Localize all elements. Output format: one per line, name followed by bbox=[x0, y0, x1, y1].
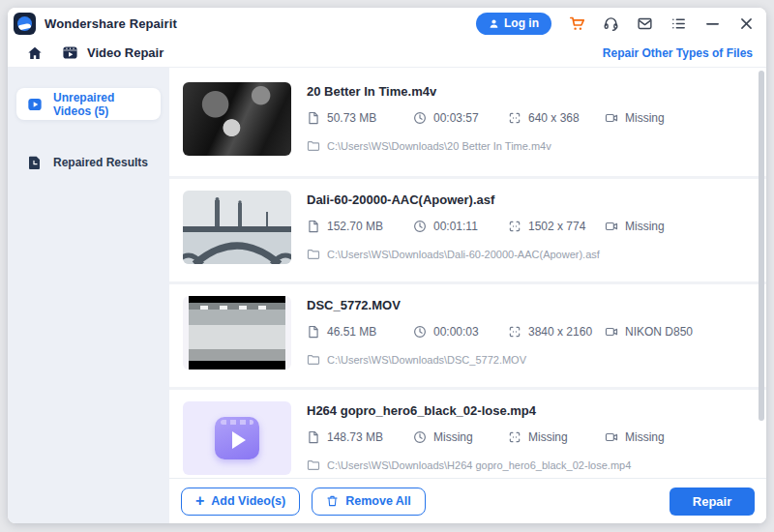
video-camera: Missing bbox=[625, 220, 665, 233]
video-thumbnail bbox=[183, 296, 291, 369]
headset-icon[interactable] bbox=[602, 15, 619, 32]
footer-bar: + Add Video(s) Remove All Repair bbox=[169, 478, 766, 523]
video-title: Dali-60-20000-AAC(Apower).asf bbox=[307, 192, 753, 207]
video-resolution: 640 x 368 bbox=[528, 111, 580, 125]
close-icon[interactable] bbox=[737, 15, 755, 32]
cart-icon[interactable] bbox=[568, 15, 585, 32]
trash-icon bbox=[326, 494, 339, 508]
video-duration: 00:01:11 bbox=[433, 220, 478, 233]
camera-icon bbox=[605, 325, 618, 339]
video-placeholder-icon bbox=[215, 417, 259, 459]
resolution-icon bbox=[508, 111, 521, 125]
folder-icon bbox=[307, 248, 320, 261]
repair-button[interactable]: Repair bbox=[670, 488, 755, 516]
folder-icon bbox=[307, 139, 320, 153]
video-title: H264 gopro_hero6_black_02-lose.mp4 bbox=[307, 403, 753, 418]
video-title: DSC_5772.MOV bbox=[307, 298, 753, 312]
video-resolution: Missing bbox=[528, 430, 568, 444]
page-title: Video Repair bbox=[87, 45, 164, 60]
video-camera: NIKON D850 bbox=[625, 325, 693, 339]
video-thumbnail bbox=[183, 401, 291, 475]
video-row[interactable]: 20 Better In Time.m4v 50.73 MB 00:03:57 … bbox=[169, 68, 766, 176]
resolution-icon bbox=[508, 325, 521, 339]
camera-icon bbox=[605, 111, 618, 125]
play-icon bbox=[27, 97, 43, 112]
video-row[interactable]: H264 gopro_hero6_black_02-lose.mp4 148.7… bbox=[169, 390, 766, 478]
login-button[interactable]: Log in bbox=[476, 13, 551, 35]
repaired-doc-icon bbox=[27, 155, 43, 170]
file-icon bbox=[307, 220, 320, 233]
video-path: C:\Users\WS\Downloads\DSC_5772.MOV bbox=[327, 354, 526, 366]
clock-icon bbox=[413, 430, 427, 444]
home-icon[interactable] bbox=[27, 45, 43, 61]
title-bar: Wondershare Repairit Log in bbox=[8, 8, 766, 39]
app-title: Wondershare Repairit bbox=[45, 16, 177, 31]
clock-icon bbox=[413, 220, 427, 233]
resolution-icon bbox=[508, 430, 521, 444]
video-duration: 00:03:57 bbox=[433, 111, 479, 125]
video-size: 46.51 MB bbox=[327, 325, 376, 339]
file-icon bbox=[307, 111, 320, 125]
add-videos-button[interactable]: + Add Video(s) bbox=[181, 488, 300, 516]
video-path: C:\Users\WS\Downloads\H264 gopro_hero6_b… bbox=[327, 459, 631, 471]
video-row[interactable]: Dali-60-20000-AAC(Apower).asf 152.70 MB … bbox=[169, 179, 766, 281]
nav-bar: Video Repair Repair Other Types of Files bbox=[8, 39, 766, 68]
repair-other-types-link[interactable]: Repair Other Types of Files bbox=[603, 46, 753, 60]
clock-icon bbox=[413, 325, 427, 339]
video-list: 20 Better In Time.m4v 50.73 MB 00:03:57 … bbox=[169, 68, 766, 478]
folder-icon bbox=[307, 458, 320, 472]
video-thumbnail bbox=[183, 82, 291, 156]
sidebar-item-unrepaired-videos[interactable]: Unrepaired Videos (5) bbox=[16, 88, 161, 120]
clock-icon bbox=[413, 111, 427, 125]
app-logo-icon bbox=[14, 13, 36, 35]
video-size: 152.70 MB bbox=[327, 220, 383, 233]
camera-icon bbox=[605, 430, 618, 444]
mail-icon[interactable] bbox=[636, 15, 653, 32]
sidebar-item-label: Repaired Results bbox=[53, 156, 148, 169]
sidebar: Unrepaired Videos (5) Repaired Results bbox=[8, 68, 169, 523]
video-size: 148.73 MB bbox=[327, 430, 383, 444]
video-thumbnail bbox=[183, 191, 291, 264]
remove-all-button[interactable]: Remove All bbox=[312, 488, 426, 516]
sidebar-item-repaired-results[interactable]: Repaired Results bbox=[16, 146, 161, 178]
video-duration: Missing bbox=[433, 430, 473, 444]
video-resolution: 1502 x 774 bbox=[528, 220, 585, 233]
video-resolution: 3840 x 2160 bbox=[528, 325, 592, 339]
video-list-panel: 20 Better In Time.m4v 50.73 MB 00:03:57 … bbox=[169, 68, 766, 523]
menu-list-icon[interactable] bbox=[670, 15, 687, 32]
user-icon bbox=[489, 18, 499, 29]
video-camera: Missing bbox=[625, 111, 665, 125]
scrollbar[interactable] bbox=[759, 71, 764, 421]
video-size: 50.73 MB bbox=[327, 111, 376, 125]
app-window: Wondershare Repairit Log in bbox=[8, 8, 766, 523]
plus-icon: + bbox=[195, 493, 204, 509]
folder-icon bbox=[307, 353, 320, 367]
video-title: 20 Better In Time.m4v bbox=[307, 84, 753, 99]
minimize-icon[interactable] bbox=[703, 15, 721, 32]
video-repair-icon bbox=[62, 44, 78, 61]
file-icon bbox=[307, 325, 320, 339]
video-row[interactable]: DSC_5772.MOV 46.51 MB 00:00:03 3840 x 21… bbox=[169, 284, 766, 387]
video-path: C:\Users\WS\Downloads\Dali-60-20000-AAC(… bbox=[327, 249, 600, 260]
camera-icon bbox=[605, 220, 618, 233]
video-duration: 00:00:03 bbox=[433, 325, 479, 339]
file-icon bbox=[307, 430, 320, 444]
video-path: C:\Users\WS\Downloads\20 Better In Time.… bbox=[327, 140, 551, 152]
video-camera: Missing bbox=[625, 430, 665, 444]
sidebar-item-label: Unrepaired Videos (5) bbox=[53, 91, 150, 118]
resolution-icon bbox=[508, 220, 521, 233]
